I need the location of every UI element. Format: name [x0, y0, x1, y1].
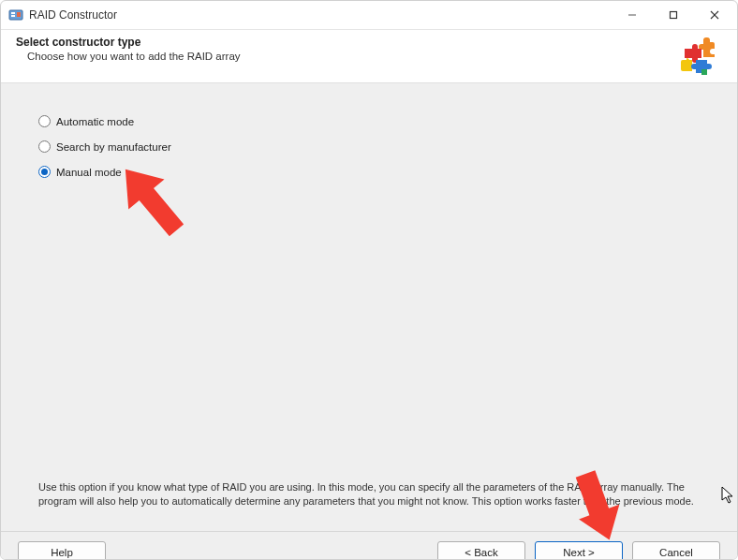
button-label: Cancel: [659, 547, 693, 558]
app-icon: [8, 7, 23, 22]
button-label: Help: [51, 547, 73, 558]
wizard-body: Automatic mode Search by manufacturer Ma…: [1, 83, 737, 531]
radio-label: Search by manufacturer: [56, 141, 171, 153]
constructor-type-group: Automatic mode Search by manufacturer Ma…: [38, 115, 722, 178]
radio-label: Automatic mode: [56, 116, 134, 127]
radio-label: Manual mode: [56, 167, 122, 178]
svg-marker-11: [722, 487, 732, 503]
maximize-button[interactable]: [653, 1, 694, 29]
help-button[interactable]: Help: [18, 541, 106, 560]
minimize-button[interactable]: [612, 1, 653, 29]
radio-automatic-mode[interactable]: Automatic mode: [38, 115, 722, 127]
radio-icon: [38, 140, 51, 153]
titlebar: RAID Constructor: [1, 1, 737, 30]
cancel-button[interactable]: Cancel: [632, 541, 720, 560]
window-title: RAID Constructor: [29, 8, 117, 22]
radio-icon: [38, 115, 51, 127]
mouse-cursor-icon: [721, 486, 734, 505]
back-button[interactable]: < Back: [437, 541, 525, 560]
option-description: Use this option if you know what type of…: [38, 480, 722, 531]
radio-manual-mode[interactable]: Manual mode: [38, 166, 722, 178]
page-title: Select constructor type: [16, 36, 672, 49]
radio-search-by-manufacturer[interactable]: Search by manufacturer: [38, 140, 722, 153]
close-button[interactable]: [694, 1, 735, 29]
page-subtitle: Choose how you want to add the RAID arra…: [16, 51, 672, 62]
button-label: < Back: [465, 547, 497, 558]
radio-icon: [38, 166, 51, 178]
svg-rect-3: [17, 12, 21, 17]
next-button[interactable]: Next >: [535, 541, 623, 560]
button-label: Next >: [563, 547, 595, 558]
puzzle-icon: [679, 36, 722, 75]
raid-constructor-window: RAID Constructor Select constructor type…: [0, 0, 738, 560]
svg-rect-2: [11, 15, 15, 17]
wizard-header: Select constructor type Choose how you w…: [1, 30, 737, 83]
svg-rect-1: [11, 12, 15, 14]
wizard-footer: Help < Back Next > Cancel: [1, 531, 737, 559]
svg-rect-5: [671, 12, 677, 19]
